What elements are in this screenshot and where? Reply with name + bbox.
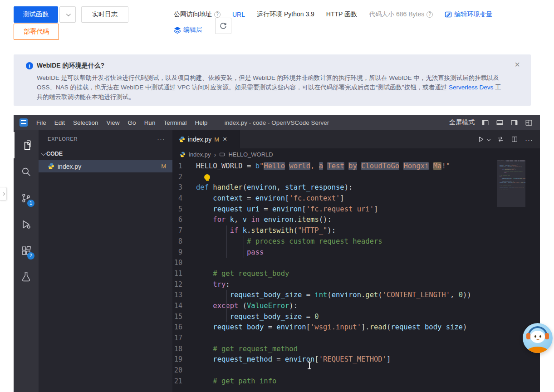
menu-terminal[interactable]: Terminal	[159, 119, 191, 126]
breadcrumb-symbol[interactable]: HELLO_WORLD	[228, 151, 273, 158]
code-line[interactable]: 3def handler(environ, start_response):	[172, 182, 540, 193]
run-file-button[interactable]	[477, 136, 485, 143]
line-number[interactable]: 5	[172, 204, 196, 215]
code-line[interactable]: 9 pass	[172, 247, 540, 258]
run-debug-icon	[20, 219, 32, 230]
open-changes-icon[interactable]	[497, 136, 504, 143]
banner-close-icon[interactable]: ×	[515, 60, 520, 69]
code-line[interactable]: 10	[172, 258, 540, 269]
code-line[interactable]: 19 request_method = environ['REQUEST_MET…	[172, 354, 540, 365]
line-number[interactable]: 16	[172, 322, 196, 333]
line-number[interactable]: 12	[172, 279, 196, 290]
menu-run[interactable]: Run	[140, 119, 160, 126]
line-number[interactable]: 8	[172, 236, 196, 247]
run-debug-activity-button[interactable]	[14, 211, 39, 237]
run-options-chevron-icon[interactable]	[487, 137, 490, 141]
assistant-mascot[interactable]	[523, 323, 553, 353]
fullscreen-toggle[interactable]: 全屏模式	[449, 118, 475, 127]
toggle-sidebar-icon[interactable]	[481, 119, 489, 127]
source-control-activity-button[interactable]: 1	[14, 185, 39, 211]
line-number[interactable]: 15	[172, 312, 196, 323]
realtime-logs-button[interactable]: 实时日志	[81, 6, 128, 23]
line-number[interactable]: 17	[172, 333, 196, 344]
test-function-dropdown-button[interactable]	[59, 6, 76, 23]
lightbulb-icon[interactable]	[204, 174, 210, 180]
line-number[interactable]: 21	[172, 376, 196, 387]
code-token	[196, 194, 213, 202]
code-line[interactable]: 16 request_body = environ['wsgi.input'].…	[172, 322, 540, 333]
code-line[interactable]: 14 except (ValueError):	[172, 301, 540, 312]
code-line[interactable]: 8 # process custom request headers	[172, 236, 540, 247]
line-number[interactable]: 13	[172, 290, 196, 301]
tab-label: index.py	[188, 136, 211, 143]
code-token: .	[294, 216, 298, 224]
code-line[interactable]: 13 request_body_size = int(environ.get('…	[172, 290, 540, 301]
explorer-more-actions[interactable]: ···	[157, 135, 165, 143]
edit-env-vars-button[interactable]: 编辑环境变量	[445, 10, 492, 19]
code-line[interactable]: 2	[172, 172, 540, 183]
code-token: environ	[247, 183, 276, 191]
extensions-activity-button[interactable]: 2	[14, 237, 39, 264]
help-icon[interactable]: ?	[427, 11, 433, 18]
line-number[interactable]: 3	[172, 182, 196, 193]
explorer-activity-button[interactable]	[14, 132, 39, 158]
line-number[interactable]: 18	[172, 344, 196, 355]
code-token	[196, 216, 213, 224]
split-editor-icon[interactable]	[511, 136, 518, 143]
code-section-header[interactable]: CODE	[39, 147, 172, 160]
line-number[interactable]: 10	[172, 258, 196, 269]
line-number[interactable]: 4	[172, 193, 196, 204]
help-icon[interactable]: ?	[214, 11, 221, 18]
line-number[interactable]: 11	[172, 269, 196, 279]
code-line[interactable]: 17	[172, 333, 540, 344]
line-number[interactable]: 20	[172, 365, 196, 376]
code-line[interactable]: 20	[172, 365, 540, 376]
tab-close-icon[interactable]: ×	[223, 135, 227, 143]
menu-edit[interactable]: Edit	[50, 119, 69, 126]
code-editor[interactable]: 1HELLO_WORLD = b"Hello world, a Test by …	[172, 160, 540, 392]
tab-indexpy[interactable]: index.py M ×	[172, 130, 240, 148]
line-number[interactable]: 6	[172, 215, 196, 225]
menu-selection[interactable]: Selection	[69, 119, 103, 126]
code-line[interactable]: 6 for k, v in environ.items():	[172, 215, 540, 225]
line-number[interactable]: 7	[172, 225, 196, 236]
menu-go[interactable]: Go	[124, 119, 140, 126]
code-line[interactable]: 15 request_body_size = 0	[172, 312, 540, 323]
code-line[interactable]: 18 # get request_method	[172, 344, 540, 355]
code-token: read	[370, 323, 387, 331]
toggle-panel-icon[interactable]	[496, 119, 504, 127]
code-token	[196, 237, 247, 245]
code-line[interactable]: 4 context = environ['fc.context']	[172, 193, 540, 204]
code-token	[196, 226, 230, 235]
breadcrumb-file[interactable]: index.py	[189, 151, 211, 158]
serverless-devs-link[interactable]: Serverless Devs	[449, 84, 493, 91]
menu-file[interactable]: File	[32, 119, 50, 126]
deploy-code-button[interactable]: 部署代码	[14, 24, 59, 40]
menu-help[interactable]: Help	[191, 119, 211, 126]
line-number[interactable]: 1	[172, 161, 196, 172]
refresh-button[interactable]	[215, 18, 231, 34]
edit-layer-button[interactable]: 编辑层	[174, 26, 202, 34]
line-number[interactable]: 14	[172, 301, 196, 312]
code-line[interactable]: 11 # get request_body	[172, 269, 540, 279]
url-link[interactable]: URL	[232, 11, 245, 18]
file-item-indexpy[interactable]: index.py M	[39, 160, 172, 172]
test-function-button[interactable]: 测试函数	[14, 6, 58, 23]
menu-view[interactable]: View	[103, 119, 124, 126]
code-line[interactable]: 21 # get path info	[172, 376, 540, 387]
search-activity-button[interactable]	[14, 158, 39, 185]
minimap-slider[interactable]	[497, 160, 525, 207]
customize-layout-icon[interactable]	[525, 119, 533, 127]
editor-more-actions[interactable]: ···	[525, 136, 533, 143]
code-line[interactable]: 12 try:	[172, 279, 540, 290]
line-number[interactable]: 19	[172, 354, 196, 365]
line-number[interactable]: 9	[172, 247, 196, 258]
code-line[interactable]: 7 if k.startswith("HTTP_"):	[172, 225, 540, 236]
line-number[interactable]: 2	[172, 172, 196, 183]
code-token	[344, 162, 348, 170]
testing-activity-button[interactable]	[14, 264, 39, 290]
sidebar-expand-handle[interactable]	[0, 187, 7, 201]
toggle-secondary-sidebar-icon[interactable]	[510, 119, 518, 127]
code-line[interactable]: 1HELLO_WORLD = b"Hello world, a Test by …	[172, 161, 540, 172]
code-line[interactable]: 5 request_uri = environ['fc.request_uri'…	[172, 204, 540, 215]
